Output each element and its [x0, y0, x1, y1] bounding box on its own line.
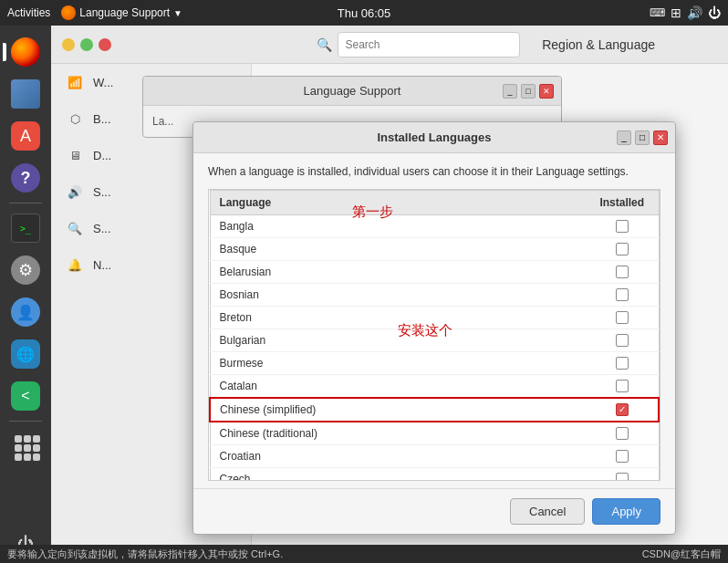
- terminal-dock-icon: >_: [11, 214, 40, 243]
- lang-support-titlebar: Language Support _ □ ✕: [143, 77, 561, 106]
- language-name-cell: Chinese (simplified): [210, 398, 586, 422]
- dock-item-terminal[interactable]: >_: [6, 209, 45, 247]
- language-name-cell: Chinese (traditional): [210, 422, 586, 445]
- settings-titlebar: 🔍 Region & Language: [51, 26, 728, 64]
- app-dropdown-arrow[interactable]: ▼: [173, 8, 182, 18]
- installed-check-cell[interactable]: [586, 444, 659, 467]
- dock-item-user[interactable]: 👤: [6, 293, 45, 331]
- installed-check-cell[interactable]: [586, 398, 659, 422]
- table-row[interactable]: Bangla: [210, 214, 659, 237]
- share-dock-icon: <: [11, 381, 40, 411]
- installed-check-cell[interactable]: [586, 214, 659, 237]
- modal-minimize-btn[interactable]: _: [617, 130, 631, 145]
- table-header-installed[interactable]: Installed: [586, 190, 659, 214]
- language-checkbox[interactable]: [616, 334, 629, 347]
- dock-separator: [9, 203, 42, 203]
- main-area: 🔍 Region & Language 📶 W... ⬡ B...: [51, 26, 728, 563]
- settings-minimize-btn[interactable]: [62, 38, 75, 51]
- table-row[interactable]: Bulgarian: [210, 328, 659, 351]
- language-checkbox[interactable]: [616, 243, 629, 255]
- dock-item-settings[interactable]: ⚙: [6, 251, 45, 289]
- table-row[interactable]: Catalan: [210, 374, 659, 398]
- table-row[interactable]: Burmese: [210, 351, 659, 374]
- installed-check-cell[interactable]: [586, 351, 659, 374]
- settings-search-input[interactable]: [338, 32, 520, 57]
- modal-title: Installed Languages: [378, 130, 492, 144]
- installed-check-cell[interactable]: [586, 237, 659, 260]
- dock-item-grid[interactable]: [6, 427, 45, 465]
- cancel-button[interactable]: Cancel: [510, 498, 585, 525]
- language-name-cell: Bosnian: [210, 283, 586, 306]
- table-header-language[interactable]: Language: [210, 190, 586, 214]
- settings-close-btn[interactable]: [99, 38, 111, 51]
- desktop: Activities Language Support ▼ Thu 06:05 …: [0, 0, 728, 563]
- language-checkbox[interactable]: [616, 403, 629, 416]
- power-indicator[interactable]: ⏻: [708, 5, 721, 20]
- language-checkbox[interactable]: [616, 427, 629, 440]
- notifications-icon: 🔔: [66, 255, 84, 274]
- activities-button[interactable]: Activities: [7, 6, 50, 19]
- language-checkbox[interactable]: [616, 288, 629, 301]
- lang-support-controls: _ □ ✕: [503, 84, 554, 99]
- dock-item-files[interactable]: [6, 75, 45, 113]
- network-icon[interactable]: ⊞: [671, 5, 681, 20]
- language-checkbox[interactable]: [616, 220, 629, 233]
- installed-check-cell[interactable]: [586, 374, 659, 398]
- sidebar-item-search-label: S...: [93, 222, 111, 235]
- language-name-cell: Bulgarian: [210, 328, 586, 351]
- keyboard-icon[interactable]: ⌨: [650, 6, 665, 19]
- table-row[interactable]: Chinese (simplified): [210, 398, 659, 422]
- table-row[interactable]: Czech: [210, 467, 659, 481]
- installed-check-cell[interactable]: [586, 283, 659, 306]
- languages-table: Language Installed BanglaBasqueBelarusia…: [209, 190, 660, 481]
- lang-support-minimize[interactable]: _: [503, 84, 517, 99]
- sidebar-item-sound-label: S...: [93, 185, 111, 199]
- language-checkbox[interactable]: [616, 357, 629, 370]
- language-checkbox[interactable]: [616, 380, 629, 392]
- language-checkbox[interactable]: [616, 266, 629, 278]
- table-row[interactable]: Croatian: [210, 444, 659, 467]
- installed-check-cell[interactable]: [586, 328, 659, 351]
- sound-icon: 🔊: [66, 182, 84, 201]
- dock-item-share[interactable]: <: [6, 377, 45, 415]
- dock-item-software[interactable]: A: [6, 117, 45, 155]
- dock-item-help[interactable]: ?: [6, 159, 45, 197]
- table-row[interactable]: Breton: [210, 306, 659, 328]
- wifi-icon: 📶: [66, 73, 84, 91]
- modal-maximize-btn[interactable]: □: [635, 130, 650, 145]
- table-row[interactable]: Bosnian: [210, 283, 659, 306]
- app-name-label: Language Support: [79, 6, 170, 19]
- dock-item-network[interactable]: 🌐: [6, 335, 45, 373]
- lang-support-close[interactable]: ✕: [539, 84, 554, 99]
- sidebar-item-notif-label: N...: [93, 258, 111, 272]
- firefox-dock-icon: [11, 37, 40, 67]
- language-name-cell: Bangla: [210, 214, 586, 237]
- table-row[interactable]: Basque: [210, 237, 659, 260]
- modal-close-btn[interactable]: ✕: [653, 130, 668, 145]
- language-checkbox[interactable]: [616, 450, 629, 463]
- languages-table-container[interactable]: Language Installed BanglaBasqueBelarusia…: [208, 189, 660, 481]
- settings-maximize-btn[interactable]: [80, 38, 93, 51]
- modal-controls: _ □ ✕: [617, 130, 668, 145]
- firefox-icon: [61, 5, 76, 20]
- table-row[interactable]: Chinese (traditional): [210, 422, 659, 445]
- search-sidebar-icon: 🔍: [66, 219, 84, 237]
- sidebar-item-display-label: D...: [93, 149, 111, 162]
- installed-check-cell[interactable]: [586, 467, 659, 481]
- settings-dock-icon: ⚙: [11, 255, 40, 285]
- installed-check-cell[interactable]: [586, 260, 659, 283]
- settings-window-controls: [62, 38, 111, 51]
- installed-check-cell[interactable]: [586, 306, 659, 328]
- table-row[interactable]: Belarusian: [210, 260, 659, 283]
- installed-check-cell[interactable]: [586, 422, 659, 445]
- volume-icon[interactable]: 🔊: [687, 5, 702, 20]
- language-checkbox[interactable]: [616, 311, 629, 324]
- dock-item-firefox[interactable]: [6, 33, 45, 71]
- apply-button[interactable]: Apply: [592, 498, 660, 525]
- grid-dock-icon: [11, 432, 40, 461]
- language-checkbox[interactable]: [616, 473, 629, 481]
- app-indicator[interactable]: Language Support ▼: [61, 5, 182, 20]
- software-dock-icon: A: [11, 121, 40, 151]
- modal-titlebar: Installed Languages _ □ ✕: [193, 122, 675, 153]
- lang-support-maximize[interactable]: □: [521, 84, 536, 99]
